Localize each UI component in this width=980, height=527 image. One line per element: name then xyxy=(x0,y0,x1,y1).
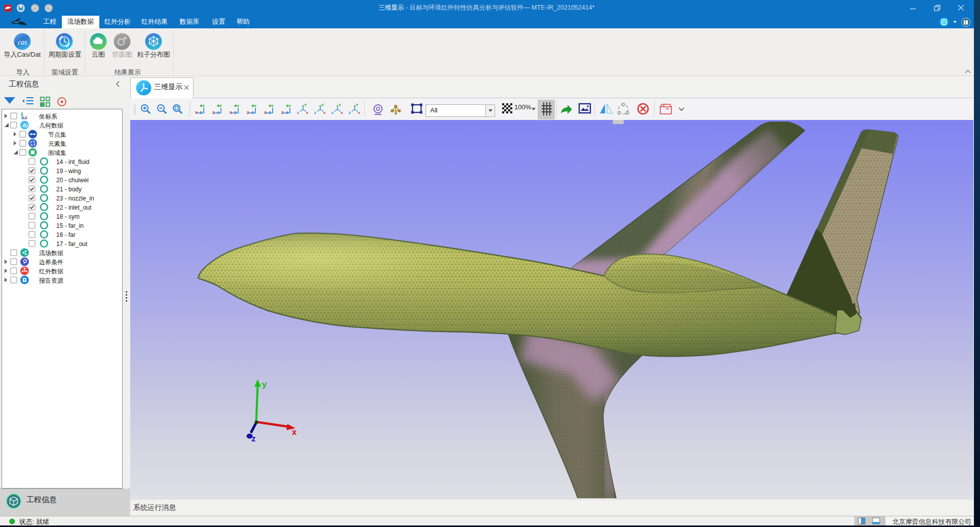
svg-text:流场数据: 流场数据 xyxy=(39,250,63,257)
svg-text:Y: Y xyxy=(288,104,291,108)
svg-text:z: z xyxy=(269,110,271,115)
svg-text:z: z xyxy=(234,110,237,115)
svg-text:23 - nozzle_in: 23 - nozzle_in xyxy=(56,195,94,202)
svg-text:报告资源: 报告资源 xyxy=(39,277,63,284)
svg-text:15 - far_in: 15 - far_in xyxy=(56,222,84,229)
svg-text:红外数据: 红外数据 xyxy=(39,268,63,275)
svg-text:Y: Y xyxy=(237,104,240,108)
svg-text:x: x xyxy=(323,110,326,115)
svg-text:Y: Y xyxy=(356,103,359,107)
svg-text:坐标系: 坐标系 xyxy=(39,113,57,120)
svg-text:16 - far: 16 - far xyxy=(56,231,76,238)
svg-text:几何数据: 几何数据 xyxy=(39,122,63,129)
svg-text:x: x xyxy=(341,110,343,115)
svg-text:22 - inlet_out: 22 - inlet_out xyxy=(56,204,92,211)
svg-text:z: z xyxy=(281,110,284,115)
svg-text:cas: cas xyxy=(18,38,27,46)
svg-text:Y: Y xyxy=(271,104,274,108)
svg-text:Y: Y xyxy=(338,103,342,107)
svg-text:x: x xyxy=(292,427,297,437)
svg-text:14 - int_fluid: 14 - int_fluid xyxy=(56,158,89,166)
svg-text:z: z xyxy=(331,110,333,115)
svg-text:边界条件: 边界条件 xyxy=(39,259,63,266)
svg-text:z: z xyxy=(200,110,202,115)
svg-text:z: z xyxy=(212,110,215,115)
svg-text:x: x xyxy=(286,110,288,115)
svg-text:17 - far_out: 17 - far_out xyxy=(56,240,88,248)
svg-text:z: z xyxy=(297,110,299,115)
svg-text:面域集: 面域集 xyxy=(48,149,66,156)
svg-text:19 - wing: 19 - wing xyxy=(56,168,81,175)
svg-text:z: z xyxy=(349,110,351,115)
svg-text:x: x xyxy=(217,110,219,115)
svg-text:元素集: 元素集 xyxy=(48,140,66,147)
svg-text:z: z xyxy=(251,434,256,443)
svg-text:21 - body: 21 - body xyxy=(56,186,82,193)
svg-text:Y: Y xyxy=(202,104,205,108)
svg-text:Y: Y xyxy=(219,104,222,108)
svg-text:x: x xyxy=(230,110,232,115)
svg-text:20 - chuiwei: 20 - chuiwei xyxy=(56,177,89,184)
svg-text:18 - sym: 18 - sym xyxy=(56,213,80,220)
svg-text:Y: Y xyxy=(254,104,257,108)
svg-text:x: x xyxy=(306,110,309,115)
svg-text:z: z xyxy=(247,110,249,115)
svg-text:x: x xyxy=(264,110,267,115)
svg-text:x: x xyxy=(195,110,198,115)
svg-text:x: x xyxy=(25,115,28,119)
svg-text:节点集: 节点集 xyxy=(48,131,66,138)
svg-text:y: y xyxy=(262,380,267,389)
svg-text:z: z xyxy=(314,110,316,115)
svg-text:Y: Y xyxy=(304,103,307,107)
svg-text:Y: Y xyxy=(321,103,324,107)
svg-text:z: z xyxy=(23,115,25,119)
svg-text:x: x xyxy=(358,110,360,115)
svg-text:x: x xyxy=(251,110,254,115)
